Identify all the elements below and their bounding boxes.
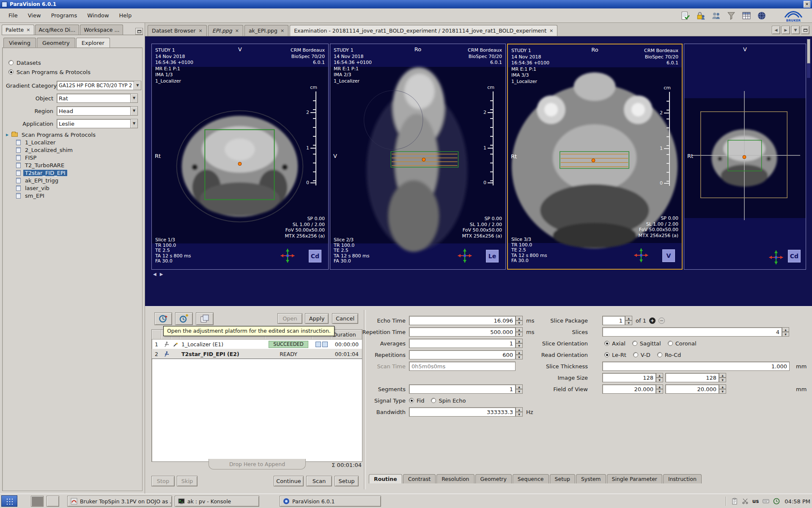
close-icon[interactable]: × (549, 28, 553, 33)
radio-icon[interactable] (604, 341, 609, 346)
apply-button[interactable]: Apply (305, 313, 329, 324)
gradient-category-select[interactable]: GA12S HP FOR BC70/20 TYP 2▼ (57, 81, 141, 90)
image-size-y-field[interactable]: 128 (665, 373, 719, 382)
application-select[interactable]: Leslie▼ (57, 119, 138, 128)
scrollbar-thumb[interactable] (807, 39, 810, 64)
viewport-sagittal[interactable]: STUDY 114 Nov 201816:54:36 +0100 MR E:1 … (330, 44, 506, 270)
scan-row-t2star-fid-epi[interactable]: 2 T2star_FID_EPI (E2) READY 00:01:04 (152, 349, 362, 359)
fov-x-spinner[interactable]: ▲▼ (656, 384, 663, 394)
center-handle[interactable] (592, 159, 595, 162)
menu-window[interactable]: Window (82, 10, 114, 21)
undock-button[interactable] (135, 28, 143, 35)
start-adjustment-button[interactable] (175, 312, 193, 325)
lock-user-icon[interactable] (695, 10, 706, 21)
desktop-pager-1[interactable] (31, 496, 44, 507)
tab-instruction[interactable]: Instruction (663, 474, 702, 483)
slice-package-field[interactable]: 1 (602, 316, 625, 325)
display-icon[interactable] (322, 342, 328, 347)
tree-item-sm-epi[interactable]: sm_EPI (5, 192, 140, 199)
region-select[interactable]: Head▼ (57, 106, 138, 116)
repetition-time-spinner[interactable]: ▲▼ (516, 327, 523, 337)
keyboard-icon[interactable] (763, 498, 769, 505)
close-icon[interactable]: × (199, 28, 203, 33)
scan-instruction-list[interactable]: Duration 1 1_Localizer (E1) SUCCEEDED 00… (151, 329, 362, 462)
slices-field[interactable]: 4 (602, 327, 782, 337)
slice-orientation-sagittal-radio[interactable]: Sagittal (632, 340, 661, 347)
keyboard-layout-indicator[interactable]: us (752, 498, 759, 504)
slice-package-spinner[interactable]: ▲▼ (625, 316, 632, 325)
tree-item-fisp[interactable]: FISP (5, 154, 140, 161)
segments-field[interactable]: 1 (409, 384, 516, 394)
tab-scroll-left-button[interactable]: ◀ (772, 26, 780, 34)
radio-icon[interactable] (633, 352, 638, 357)
repetition-time-field[interactable]: 500.000 (409, 327, 516, 337)
duplicate-instruction-button[interactable] (196, 312, 214, 325)
tab-dataset-browser[interactable]: Dataset Browser× (148, 25, 207, 36)
drop-here-hint[interactable]: Drop Here to Append (208, 459, 306, 469)
tree-item-1-localizer[interactable]: 1_Localizer (5, 138, 140, 146)
image-size-x-spinner[interactable]: ▲▼ (656, 373, 663, 382)
taskbar-konsole-window[interactable]: ak : pv - Konsole (175, 496, 259, 507)
read-orientation-le-rt-radio[interactable]: Le-Rt (604, 352, 626, 358)
repetitions-field[interactable]: 600 (409, 350, 516, 359)
slice-thickness-field[interactable]: 1.000 (602, 362, 790, 371)
radio-icon[interactable] (8, 60, 14, 65)
cancel-button[interactable]: Cancel (332, 313, 358, 324)
orientation-cube[interactable]: Cd (788, 250, 801, 262)
echo-time-spinner[interactable]: ▲▼ (516, 316, 523, 325)
menu-view[interactable]: View (23, 10, 46, 21)
tab-system[interactable]: System (576, 474, 606, 483)
signal-type-fid-radio[interactable]: Fid (409, 398, 424, 404)
scan-row-localizer[interactable]: 1 1_Localizer (E1) SUCCEEDED 00:00:00 (152, 340, 362, 349)
radio-icon[interactable] (8, 69, 14, 75)
viewport-coronal-selected[interactable]: STUDY 114 Nov 201816:54:36 +0100 MR E:1 … (507, 44, 683, 270)
continue-button[interactable]: Continue (274, 476, 304, 486)
taskbar-paravision-window[interactable]: ParaVision 6.0.1 (280, 496, 381, 507)
chevron-down-icon[interactable]: ▼ (130, 107, 137, 115)
app-launcher-button[interactable] (1, 495, 17, 507)
scissors-icon[interactable] (742, 498, 749, 505)
close-icon[interactable]: × (235, 28, 239, 33)
tree-item-t2-turborare[interactable]: T2_TurboRARE (5, 161, 140, 169)
tab-workspace[interactable]: Workspace ... (80, 25, 123, 35)
globe-icon[interactable] (756, 10, 767, 21)
desktop-pager-2[interactable] (47, 496, 59, 507)
radio-icon[interactable] (604, 352, 609, 357)
bandwidth-spinner[interactable]: ▲▼ (516, 407, 523, 417)
viewport-pager[interactable]: ◀▶ (153, 272, 166, 276)
close-icon[interactable]: × (804, 1, 810, 8)
tree-item-2-localized-shim[interactable]: 2_Localized_shim (5, 146, 140, 154)
users-icon[interactable] (710, 10, 721, 21)
fov-y-spinner[interactable]: ▲▼ (719, 384, 726, 394)
tab-viewing[interactable]: Viewing (3, 38, 36, 48)
tab-single-parameter[interactable]: Single Parameter (607, 474, 662, 483)
read-orientation-ro-cd-radio[interactable]: Ro-Cd (657, 352, 681, 358)
tab-explorer[interactable]: Explorer (76, 38, 110, 48)
fov-x-field[interactable]: 20.000 (602, 384, 656, 394)
tab-geometry-params[interactable]: Geometry (475, 474, 512, 483)
image-size-x-field[interactable]: 128 (602, 373, 656, 382)
tab-setup[interactable]: Setup (550, 474, 575, 483)
repetitions-spinner[interactable]: ▲▼ (516, 350, 523, 359)
tree-item-ak-epi-trigg[interactable]: ak_EPI_trigg (5, 177, 140, 184)
tab-epi-ppg[interactable]: EPI.ppg× (208, 25, 243, 36)
tree-root[interactable]: ▶ Scan Programs & Protocols (5, 131, 140, 138)
radio-icon[interactable] (668, 341, 673, 346)
viewport-axial[interactable]: STUDY 114 Nov 201816:54:36 +0100 MR E:1 … (151, 44, 329, 270)
viewport-mini-localizer[interactable]: V Rt Cd (684, 44, 806, 270)
read-orientation-v-d-radio[interactable]: V-D (633, 352, 650, 358)
menu-help[interactable]: Help (114, 10, 137, 21)
tab-routine[interactable]: Routine (369, 474, 402, 483)
tab-scroll-right-button[interactable]: ▶ (782, 26, 790, 34)
tab-examination[interactable]: Examination - 20181114_jove_rat1_BOLD_ex… (290, 25, 557, 36)
viewport-scrollbar[interactable] (807, 39, 810, 78)
orientation-cube[interactable]: Le (486, 250, 499, 262)
undock-tab-button[interactable] (801, 26, 809, 34)
expand-arrow-icon[interactable]: ▶ (5, 133, 9, 137)
tab-resolution[interactable]: Resolution (436, 474, 474, 483)
radio-icon[interactable] (409, 398, 414, 403)
orientation-cube[interactable]: Cd (309, 250, 321, 262)
chevron-down-icon[interactable]: ▼ (130, 119, 137, 128)
center-handle[interactable] (743, 155, 746, 159)
averages-field[interactable]: 1 (409, 339, 516, 348)
